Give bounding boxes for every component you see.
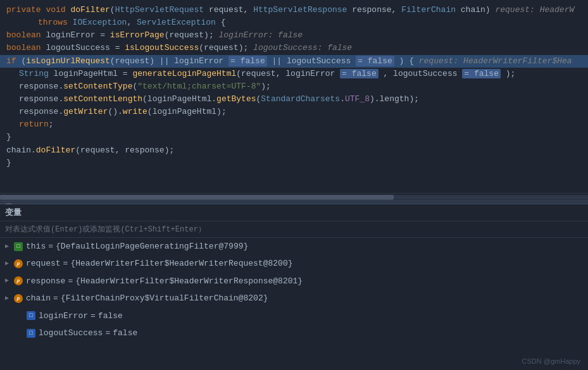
- keyword-private: private: [6, 5, 46, 15]
- code-line-8: response.setContentLength(loginPageHtml.…: [0, 93, 588, 106]
- code-editor: private void doFilter(HttpServletRequest…: [0, 0, 588, 193]
- var-value-this: {DefaultLoginPageGeneratingFilter@7999}: [56, 239, 248, 254]
- code-line-6: String loginPageHtml = generateLoginPage…: [0, 68, 588, 80]
- inline-comment-3: loginError: false: [219, 30, 303, 40]
- variables-panel: 变量 对表达式求值(Enter)或添加监视(Ctrl+Shift+Enter） …: [0, 204, 588, 370]
- inline-comment-4: logoutSuccess: false: [253, 43, 352, 52]
- code-line-5: if (isLoginUrlRequest(request) || loginE…: [0, 55, 588, 68]
- code-line-3: boolean loginError = isErrorPage(request…: [0, 29, 588, 42]
- var-icon-loginerror: □: [27, 311, 35, 320]
- var-icon-this: □: [14, 242, 23, 251]
- code-line-1: private void doFilter(HttpServletRequest…: [0, 4, 588, 16]
- var-icon-request: p: [14, 259, 23, 268]
- var-icon-logoutsuccess: □: [27, 329, 35, 338]
- ide-window: private void doFilter(HttpServletRequest…: [0, 0, 588, 370]
- var-value-response: {HeaderWriterFilter$HeaderWriterResponse…: [75, 274, 303, 288]
- inline-comment-1: request: HeaderW: [495, 5, 574, 15]
- vars-hint: 对表达式求值(Enter)或添加监视(Ctrl+Shift+Enter）: [0, 221, 588, 238]
- var-value-logoutsuccess: false: [113, 326, 137, 340]
- code-line-12: chain.doFilter(request, response);: [0, 144, 588, 157]
- var-row-response[interactable]: ▶ p response = {HeaderWriterFilter$Heade…: [0, 273, 588, 290]
- inline-comment-5: request: HeaderWriterFilter$Hea: [419, 56, 572, 66]
- watermark: CSDN @gmHappy: [522, 357, 580, 365]
- code-line-13: }: [0, 157, 588, 170]
- var-icon-chain: p: [14, 294, 23, 303]
- var-row-logoutsuccess[interactable]: ▶ □ logoutSuccess = false: [0, 324, 588, 342]
- fn-dofilter: doFilter: [70, 5, 109, 15]
- var-value-chain: {FilterChainProxy$VirtualFilterChain@820…: [61, 291, 268, 305]
- var-row-request[interactable]: ▶ p request = {HeaderWriterFilter$Header…: [0, 255, 588, 272]
- var-name-loginerror: loginError: [39, 309, 88, 323]
- horizontal-scrollbar[interactable]: [0, 193, 588, 200]
- expand-arrow-response[interactable]: ▶: [5, 275, 11, 287]
- var-name-response: response: [26, 274, 65, 288]
- code-line-7: response.setContentType("text/html;chars…: [0, 80, 588, 93]
- code-line-4: boolean logoutSuccess = isLogoutSuccess(…: [0, 42, 588, 54]
- var-icon-response: p: [14, 276, 23, 285]
- expand-arrow-request[interactable]: ▶: [5, 258, 11, 269]
- code-line-11: }: [0, 131, 588, 144]
- var-name-chain: chain: [26, 291, 51, 305]
- var-name-this: this: [26, 239, 46, 254]
- expand-arrow-this[interactable]: ▶: [5, 241, 11, 252]
- code-line-9: response.getWriter().write(loginPageHtml…: [0, 106, 588, 118]
- var-value-loginerror: false: [98, 309, 123, 323]
- code-line-2: throws IOException, ServletException {: [0, 16, 588, 29]
- keyword-void: void: [46, 5, 70, 15]
- var-row-this[interactable]: ▶ □ this = {DefaultLoginPageGeneratingFi…: [0, 238, 588, 255]
- var-name-request: request: [26, 256, 61, 271]
- var-name-logoutsuccess: logoutSuccess: [39, 326, 103, 340]
- expand-arrow-chain[interactable]: ▶: [5, 293, 11, 304]
- var-row-loginerror[interactable]: ▶ □ loginError = false: [0, 307, 588, 324]
- var-value-request: {HeaderWriterFilter$HeaderWriterRequest@…: [70, 256, 292, 271]
- code-line-10: return;: [0, 118, 588, 131]
- var-row-chain[interactable]: ▶ p chain = {FilterChainProxy$VirtualFil…: [0, 290, 588, 307]
- vars-title: 变量: [0, 204, 588, 221]
